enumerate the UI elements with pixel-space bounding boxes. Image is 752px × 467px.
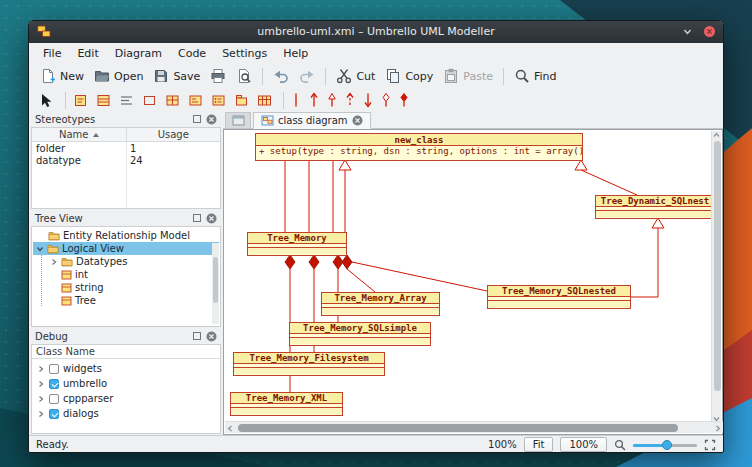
- print-preview-button[interactable]: [231, 66, 257, 86]
- titlebar[interactable]: umbrello-uml.xmi – Umbrello UML Modeller: [29, 21, 723, 43]
- print-button[interactable]: [205, 66, 231, 86]
- menu-help[interactable]: Help: [275, 45, 316, 62]
- tree-item-tree[interactable]: Tree: [33, 294, 219, 307]
- generalization-icon[interactable]: [325, 91, 339, 109]
- cut-button[interactable]: Cut: [331, 66, 380, 86]
- scroll-right-icon[interactable]: [714, 425, 721, 432]
- stereotypes-panel: Stereotypes Name Usage folder: [31, 111, 221, 210]
- debug-item-widgets[interactable]: widgets: [33, 361, 219, 376]
- text-lines-icon[interactable]: [117, 92, 136, 109]
- close-button[interactable]: [703, 25, 716, 38]
- close-panel-icon[interactable]: [206, 331, 217, 342]
- entity-icon[interactable]: [163, 92, 182, 109]
- float-panel-icon[interactable]: [192, 114, 202, 124]
- table-icon[interactable]: [255, 92, 274, 109]
- close-panel-icon[interactable]: [206, 213, 217, 224]
- class-widget-tree-memory-filesystem[interactable]: Tree_Memory_Filesystem: [233, 352, 385, 376]
- class-widget-tree-dynamic-sqlnest[interactable]: Tree_Dynamic_SQLnest: [595, 195, 713, 219]
- checkbox-checked[interactable]: [49, 379, 59, 389]
- zoom-combo[interactable]: 100%: [560, 437, 607, 452]
- statusbar: Ready. 100% Fit 100%: [29, 435, 723, 453]
- tree-view-panel-header: Tree View: [31, 210, 221, 226]
- scroll-left-icon[interactable]: [227, 425, 234, 432]
- composition-icon[interactable]: [397, 91, 411, 109]
- pointer-arrow-icon[interactable]: [37, 92, 56, 109]
- checkbox[interactable]: [49, 364, 59, 374]
- class-widget-tree-memory-array[interactable]: Tree_Memory_Array: [321, 292, 440, 316]
- find-button[interactable]: Find: [509, 66, 562, 86]
- toolbar-separator: [262, 68, 263, 85]
- datatype-icon[interactable]: [186, 92, 205, 109]
- class-name: Tree_Memory_Filesystem: [234, 353, 384, 364]
- column-header-usage[interactable]: Usage: [126, 128, 221, 141]
- table-row[interactable]: datatype 24: [32, 154, 220, 166]
- horizontal-scrollbar[interactable]: [225, 421, 723, 433]
- debug-item-dialogs[interactable]: dialogs: [33, 406, 219, 421]
- menu-settings[interactable]: Settings: [214, 45, 275, 62]
- tab-new-diagram[interactable]: [225, 112, 251, 129]
- tree-item-int[interactable]: int: [33, 268, 219, 281]
- menu-edit[interactable]: Edit: [69, 45, 106, 62]
- undo-button[interactable]: [268, 66, 294, 86]
- menu-diagram[interactable]: Diagram: [107, 45, 170, 62]
- dependency-icon[interactable]: [343, 91, 357, 109]
- enum-icon[interactable]: [209, 92, 228, 109]
- uni-association-down-icon[interactable]: [361, 91, 375, 109]
- package-icon[interactable]: [232, 92, 251, 109]
- tree-item-string[interactable]: string: [33, 281, 219, 294]
- table-row[interactable]: folder 1: [32, 142, 220, 154]
- box-icon[interactable]: [140, 92, 159, 109]
- uni-association-up-icon[interactable]: [307, 91, 321, 109]
- open-button[interactable]: Open: [89, 66, 148, 86]
- debug-item-cppparser[interactable]: cppparser: [33, 391, 219, 406]
- zoom-icon[interactable]: [614, 439, 626, 451]
- redo-button[interactable]: [294, 66, 320, 86]
- main-toolbar: New Open Save Cut Copy: [29, 63, 723, 89]
- column-header-name[interactable]: Name: [32, 128, 126, 141]
- class-widget-new-class[interactable]: new_class + setup(type : string, dsn : s…: [255, 133, 583, 161]
- class-widget-tree-memory-xml[interactable]: Tree_Memory_XML: [230, 392, 343, 416]
- tree-item-entity-relationship-model[interactable]: Entity Relationship Model: [33, 229, 219, 242]
- tab-class-diagram[interactable]: class diagram: [253, 112, 371, 129]
- checkbox-checked[interactable]: [49, 409, 59, 419]
- tree-item-logical-view[interactable]: Logical View: [33, 242, 219, 255]
- menu-code[interactable]: Code: [170, 45, 214, 62]
- note-icon[interactable]: [71, 92, 90, 109]
- copy-button[interactable]: Copy: [380, 66, 438, 86]
- folder-icon: [47, 243, 59, 254]
- tree-view-panel: Tree View Entity Relationship Model Logi…: [31, 210, 221, 328]
- close-tab-icon[interactable]: [352, 115, 363, 126]
- debug-column-header[interactable]: Class Name: [32, 345, 220, 359]
- horizontal-scroll-handle[interactable]: [238, 424, 678, 432]
- fit-button[interactable]: Fit: [524, 437, 554, 452]
- menu-file[interactable]: File: [35, 45, 69, 62]
- aggregation-icon[interactable]: [379, 91, 393, 109]
- class-icon: [61, 270, 72, 280]
- scroll-up-icon[interactable]: [713, 132, 720, 139]
- debug-content: Class Name widgets umbrello cppparser: [31, 344, 221, 434]
- tree-scrollbar[interactable]: [212, 243, 219, 324]
- class-widget-tree-memory[interactable]: Tree_Memory: [247, 232, 347, 256]
- debug-item-umbrello[interactable]: umbrello: [33, 376, 219, 391]
- new-button[interactable]: New: [35, 66, 89, 86]
- association-icon[interactable]: [289, 91, 303, 109]
- slider-knob[interactable]: [662, 440, 672, 450]
- zoom-slider[interactable]: [633, 438, 697, 452]
- save-button[interactable]: Save: [148, 66, 205, 86]
- checkbox[interactable]: [49, 394, 59, 404]
- fullscreen-icon[interactable]: [704, 439, 716, 451]
- class-widget-tree-memory-sqlnested[interactable]: Tree_Memory_SQLnested: [487, 285, 631, 309]
- tree-scrollbar-handle[interactable]: [213, 257, 218, 303]
- class-icon[interactable]: [94, 92, 113, 109]
- redo-icon: [299, 68, 315, 84]
- float-panel-icon[interactable]: [192, 331, 202, 341]
- close-panel-icon[interactable]: [206, 114, 217, 125]
- vertical-scroll-handle[interactable]: [714, 141, 721, 391]
- float-panel-icon[interactable]: [192, 213, 202, 223]
- vertical-scrollbar[interactable]: [711, 131, 721, 423]
- paste-button[interactable]: Paste: [438, 66, 498, 86]
- class-widget-tree-memory-sqlsimple[interactable]: Tree_Memory_SQLsimple: [289, 322, 431, 346]
- diagram-canvas[interactable]: new_class + setup(type : string, dsn : s…: [225, 131, 713, 423]
- tree-item-datatypes[interactable]: Datatypes: [33, 255, 219, 268]
- chevron-down-icon[interactable]: [681, 25, 694, 38]
